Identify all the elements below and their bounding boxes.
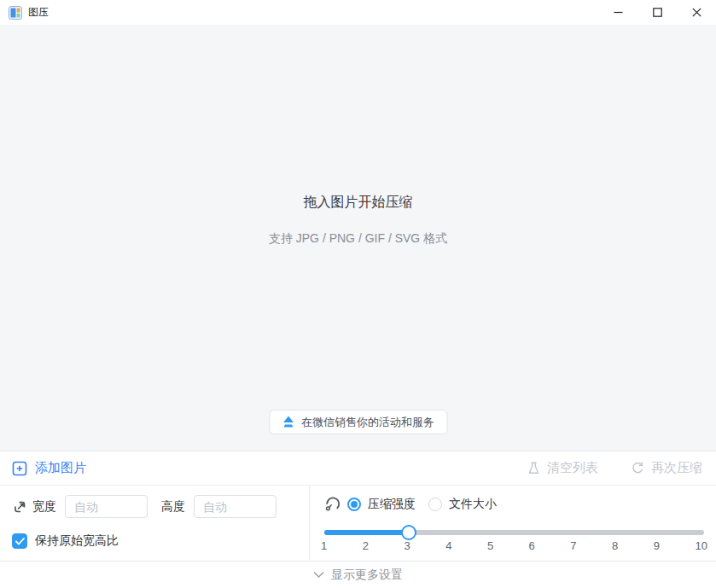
maximize-button[interactable]	[637, 0, 677, 25]
app-icon	[9, 6, 22, 20]
tick-label: 10	[695, 539, 707, 552]
tick-label: 5	[487, 539, 493, 552]
dropzone-formats: 支持 JPG / PNG / GIF / SVG 格式	[0, 231, 716, 247]
dropzone-title: 拖入图片开始压缩	[0, 194, 716, 212]
add-image-icon	[12, 461, 27, 476]
close-icon	[692, 8, 701, 17]
dimensions-row: 宽度 高度	[11, 495, 277, 518]
promo-button-label: 在微信销售你的活动和服务	[301, 415, 434, 430]
tick-label: 1	[321, 539, 327, 552]
recompress-button[interactable]: 再次压缩	[631, 460, 702, 476]
wechat-promo-button[interactable]: 在微信销售你的活动和服务	[269, 410, 447, 434]
more-settings-label: 显示更多设置	[331, 568, 403, 583]
tick-label: 7	[570, 539, 576, 552]
more-settings-toggle[interactable]: 显示更多设置	[0, 561, 716, 588]
tick-label: 2	[363, 539, 369, 552]
mode-filesize-label: 文件大小	[449, 497, 497, 512]
recompress-label: 再次压缩	[651, 460, 702, 476]
chevron-down-icon	[313, 571, 324, 579]
close-button[interactable]	[677, 0, 716, 25]
dimensions-panel: 宽度 高度 保持原始宽高比	[0, 486, 310, 561]
mode-strength-radio[interactable]	[347, 498, 361, 511]
clear-list-icon	[527, 461, 541, 475]
dropzone-icon	[317, 25, 400, 162]
width-input[interactable]	[65, 495, 148, 518]
maximize-icon	[653, 8, 662, 17]
mode-strength-label: 压缩强度	[368, 497, 416, 512]
add-images-button[interactable]: 添加图片	[12, 460, 86, 476]
window-title: 图压	[28, 5, 49, 20]
slider-fill	[324, 530, 409, 535]
gauge-icon	[323, 496, 341, 513]
tick-label: 4	[445, 539, 451, 552]
keep-ratio-option[interactable]: 保持原始宽高比	[12, 533, 119, 549]
upload-icon	[282, 416, 294, 428]
clear-list-label: 清空列表	[547, 460, 598, 476]
height-label: 高度	[161, 499, 185, 515]
height-input[interactable]	[194, 495, 277, 518]
mode-row: 压缩强度 文件大小	[323, 496, 497, 513]
resize-icon	[11, 498, 28, 515]
action-toolbar: 添加图片 清空列表 再次压缩	[0, 451, 716, 485]
minimize-icon	[614, 8, 623, 17]
keep-ratio-checkbox[interactable]	[12, 533, 27, 549]
image-drop-zone[interactable]: 拖入图片开始压缩 支持 JPG / PNG / GIF / SVG 格式 在微信…	[0, 25, 716, 451]
slider-tick-labels: 1 2 3 4 5 6 7 8 9 10	[321, 539, 707, 552]
compression-panel: 压缩强度 文件大小 1 2 3 4 5 6 7 8 9 10	[310, 486, 716, 561]
tick-label: 8	[612, 539, 618, 552]
title-bar: 图压	[0, 0, 716, 25]
tick-label: 9	[654, 539, 660, 552]
checkmark-icon	[15, 538, 25, 545]
strength-slider[interactable]	[324, 530, 704, 535]
clear-list-button[interactable]: 清空列表	[527, 460, 598, 476]
settings-panel: 宽度 高度 保持原始宽高比 压缩强度 文件大小	[0, 485, 716, 561]
mode-filesize-option[interactable]: 文件大小	[428, 497, 497, 512]
minimize-button[interactable]	[598, 0, 637, 25]
slider-handle[interactable]	[401, 525, 416, 540]
tick-label: 3	[404, 539, 410, 552]
mode-filesize-radio[interactable]	[428, 498, 442, 511]
mode-strength-option[interactable]: 压缩强度	[347, 497, 416, 512]
keep-ratio-label: 保持原始宽高比	[35, 533, 119, 549]
recompress-icon	[631, 461, 645, 475]
add-images-label: 添加图片	[35, 460, 86, 476]
tick-label: 6	[529, 539, 535, 552]
width-label: 宽度	[32, 499, 56, 515]
